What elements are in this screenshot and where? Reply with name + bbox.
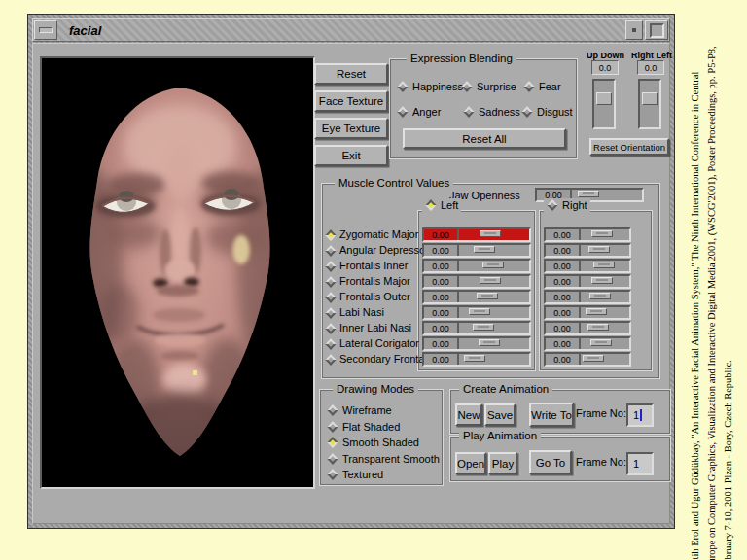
muscle-slider-left-6[interactable]: 0.00	[422, 321, 531, 335]
drawing-mode-flat-shaded[interactable]: Flat Shaded	[327, 420, 400, 434]
reset-orientation-button[interactable]: Reset Orientation	[589, 138, 669, 156]
face-texture-button[interactable]: Face Texture	[314, 90, 388, 112]
go-to-button[interactable]: Go To	[529, 450, 572, 474]
save-button[interactable]: Save	[484, 403, 516, 426]
drawing-mode-transparent-smooth[interactable]: Transparent Smooth	[327, 452, 440, 466]
muscle-slider-right-4[interactable]: 0.00	[544, 290, 631, 304]
slider-trough[interactable]	[459, 276, 529, 287]
muscle-toggle-7[interactable]	[325, 338, 337, 350]
muscle-slider-right-3[interactable]: 0.00	[544, 274, 631, 289]
slider-handle[interactable]	[588, 246, 610, 253]
slider-trough[interactable]	[581, 338, 629, 349]
slider-handle[interactable]	[593, 262, 615, 268]
muscle-slider-right-1[interactable]: 0.00	[544, 243, 631, 258]
slider-handle[interactable]	[480, 277, 501, 284]
drawing-mode-wireframe[interactable]: Wireframe	[327, 403, 392, 417]
slider-trough[interactable]	[459, 323, 529, 333]
slider-trough[interactable]	[459, 292, 529, 302]
muscle-slider-right-6[interactable]: 0.00	[544, 321, 631, 335]
muscle-toggle-5[interactable]	[325, 307, 337, 319]
slider-handle[interactable]	[482, 262, 504, 268]
open-button[interactable]: Open	[455, 452, 486, 474]
muscle-toggle-6[interactable]	[325, 323, 337, 334]
slider-handle[interactable]	[473, 324, 494, 331]
left-column-toggle[interactable]: Left	[422, 198, 461, 212]
slider-trough[interactable]	[581, 323, 629, 333]
write-to-button[interactable]: Write To	[529, 402, 574, 427]
muscle-toggle-2[interactable]	[325, 261, 337, 272]
muscle-slider-left-2[interactable]: 0.00	[422, 259, 531, 273]
slider-handle[interactable]	[589, 293, 611, 299]
slider-handle[interactable]	[586, 308, 607, 315]
muscle-slider-left-7[interactable]: 0.00	[422, 336, 531, 351]
drawing-mode-smooth-shaded[interactable]: Smooth Shaded	[327, 436, 419, 449]
muscle-slider-left-5[interactable]: 0.00	[422, 305, 531, 320]
slider-trough[interactable]	[459, 307, 529, 318]
slider-trough[interactable]	[459, 245, 529, 256]
slider-handle[interactable]	[591, 230, 613, 237]
slider-trough[interactable]	[581, 245, 629, 256]
slider-handle[interactable]	[480, 230, 501, 237]
slider-handle[interactable]	[590, 339, 612, 346]
play-button[interactable]: Play	[488, 452, 517, 474]
toggle-anger[interactable]: Anger	[397, 105, 441, 119]
slider-handle[interactable]	[464, 355, 485, 362]
maximize-button[interactable]	[645, 20, 668, 40]
slider-handle[interactable]	[578, 191, 599, 197]
muscle-toggle-8[interactable]	[325, 354, 337, 366]
create-frame-no-field[interactable]: 1	[626, 403, 654, 427]
new-button[interactable]: New	[455, 403, 482, 426]
slider-trough[interactable]	[581, 229, 629, 240]
play-frame-no-field[interactable]: 1	[626, 452, 654, 475]
muscle-toggle-1[interactable]	[325, 245, 337, 257]
slider-handle[interactable]	[596, 92, 612, 105]
muscle-slider-left-3[interactable]: 0.00	[422, 274, 531, 289]
muscle-toggle-4[interactable]	[325, 292, 337, 303]
slider-handle[interactable]	[583, 355, 604, 362]
muscle-slider-right-8[interactable]: 0.00	[544, 352, 631, 367]
exit-button[interactable]: Exit	[314, 145, 388, 166]
toggle-fear[interactable]: Fear	[523, 80, 561, 93]
slider-handle[interactable]	[477, 293, 498, 299]
muscle-slider-left-0[interactable]: 0.00	[422, 228, 531, 242]
up-down-slider[interactable]	[592, 79, 616, 129]
slider-trough[interactable]	[581, 292, 629, 302]
muscle-slider-left-4[interactable]: 0.00	[422, 290, 531, 304]
muscle-slider-left-8[interactable]: 0.00	[422, 352, 531, 367]
muscle-toggle-3[interactable]	[325, 276, 337, 288]
slider-trough[interactable]	[581, 354, 629, 365]
slider-trough[interactable]	[459, 354, 529, 365]
slider-trough[interactable]	[581, 307, 629, 318]
muscle-slider-right-0[interactable]: 0.00	[544, 228, 631, 242]
muscle-slider-left-1[interactable]: 0.00	[422, 243, 531, 258]
slider-handle[interactable]	[642, 92, 658, 105]
slider-trough[interactable]	[581, 261, 629, 271]
minimize-button[interactable]	[625, 20, 643, 40]
right-left-slider[interactable]	[638, 79, 661, 129]
slider-handle[interactable]	[591, 277, 613, 284]
reset-button[interactable]: Reset	[314, 63, 388, 85]
window-menu-button[interactable]	[34, 20, 57, 40]
right-column-toggle[interactable]: Right	[544, 198, 590, 212]
slider-handle[interactable]	[587, 324, 609, 331]
muscle-slider-right-7[interactable]: 0.00	[544, 336, 631, 351]
drawing-mode-textured[interactable]: Textured	[327, 468, 383, 481]
toggle-surprise[interactable]: Surprise	[461, 80, 516, 93]
slider-trough[interactable]	[459, 261, 529, 271]
slider-handle[interactable]	[474, 246, 495, 253]
toggle-sadness[interactable]: Sadness	[463, 105, 520, 119]
slider-trough[interactable]	[581, 276, 629, 287]
muscle-slider-right-5[interactable]: 0.00	[544, 305, 631, 320]
toggle-happiness[interactable]: Happiness	[397, 80, 463, 93]
up-down-label: Up Down	[587, 51, 624, 60]
slider-handle[interactable]	[479, 339, 500, 346]
slider-trough[interactable]	[459, 338, 529, 349]
muscle-toggle-0[interactable]	[325, 229, 337, 241]
titlebar[interactable]: facial	[32, 18, 670, 42]
slider-trough[interactable]	[459, 229, 529, 240]
toggle-disgust[interactable]: Disgust	[521, 105, 573, 119]
reset-all-button[interactable]: Reset All	[403, 128, 566, 149]
muscle-slider-right-2[interactable]: 0.00	[544, 259, 631, 273]
eye-texture-button[interactable]: Eye Texture	[314, 118, 388, 139]
slider-handle[interactable]	[469, 308, 490, 315]
